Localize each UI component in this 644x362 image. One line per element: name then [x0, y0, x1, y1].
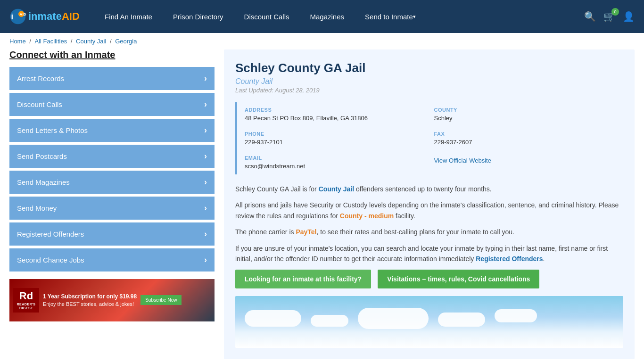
address-section: ADDRESS 48 Pecan St PO Box 809, Ellavill… — [245, 102, 434, 126]
cart-badge: 0 — [611, 8, 619, 16]
sidebar-send-magazines[interactable]: Send Magazines › — [9, 171, 215, 194]
sidebar-title: Connect with an Inmate — [9, 49, 215, 60]
desc-2: All prisons and jails have Security or C… — [235, 200, 623, 221]
fax-section: FAX 229-937-2607 — [434, 126, 624, 150]
advertisement: Rd READER'SDIGEST 1 Year Subscription fo… — [9, 279, 215, 321]
desc-3: The phone carrier is PayTel, to see thei… — [235, 227, 623, 237]
desc-4: If you are unsure of your inmate's locat… — [235, 243, 623, 264]
arrow-icon: › — [204, 125, 207, 135]
county-label: COUNTY — [434, 107, 619, 113]
nav-magazines[interactable]: Magazines — [299, 0, 355, 33]
sidebar-arrest-records[interactable]: Arrest Records › — [9, 67, 215, 90]
sidebar-send-postcards[interactable]: Send Postcards › — [9, 145, 215, 168]
email-label: EMAIL — [245, 155, 429, 161]
breadcrumb-sep2: / — [71, 38, 74, 45]
sidebar-registered-offenders[interactable]: Registered Offenders › — [9, 222, 215, 246]
breadcrumb-sep1: / — [29, 38, 33, 45]
ad-logo: Rd READER'SDIGEST — [13, 288, 39, 312]
sidebar: Connect with an Inmate Arrest Records › … — [9, 49, 215, 359]
site-logo[interactable]: i AID inmateAID — [9, 8, 80, 25]
sidebar-second-chance-jobs[interactable]: Second Chance Jobs › — [9, 248, 215, 272]
phone-label: PHONE — [245, 131, 429, 137]
email-section: EMAIL scso@windstream.net — [245, 150, 434, 174]
ad-headline: 1 Year Subscription for only $19.98 — [43, 293, 137, 300]
ad-subscribe-button[interactable]: Subscribe Now — [140, 295, 182, 305]
facility-content: Schley County GA Jail County Jail Last U… — [224, 49, 635, 359]
ad-text: 1 Year Subscription for only $19.98 Enjo… — [43, 293, 137, 308]
facility-updated: Last Updated: August 28, 2019 — [235, 87, 623, 94]
user-icon[interactable]: 👤 — [623, 11, 635, 22]
county-section: COUNTY Schley — [434, 102, 624, 126]
website-link[interactable]: View Official Website — [434, 157, 619, 164]
svg-text:AID: AID — [20, 12, 26, 16]
phone-section: PHONE 229-937-2101 — [245, 126, 434, 150]
nav-find-inmate[interactable]: Find An Inmate — [94, 0, 163, 33]
logo-inmate: inmate — [28, 10, 62, 23]
official-website-link[interactable]: View Official Website — [434, 157, 491, 164]
cloud-5 — [495, 309, 537, 322]
cta-buttons: Looking for an inmate at this facility? … — [235, 270, 623, 288]
facility-title: Schley County GA Jail — [235, 61, 623, 75]
site-header: i AID inmateAID Find An Inmate Prison Di… — [0, 0, 644, 33]
fax-label: FAX — [434, 131, 619, 137]
header-icons: 🔍 🛒 0 👤 — [584, 11, 635, 22]
arrow-icon: › — [204, 151, 207, 161]
arrow-icon: › — [204, 74, 207, 83]
clouds — [235, 305, 623, 329]
ad-brand: READER'SDIGEST — [16, 303, 36, 311]
sidebar-send-money[interactable]: Send Money › — [9, 197, 215, 220]
sidebar-send-letters[interactable]: Send Letters & Photos › — [9, 119, 215, 142]
county-value: Schley — [434, 115, 619, 122]
nav-discount-calls[interactable]: Discount Calls — [234, 0, 300, 33]
cloud-1 — [245, 310, 301, 327]
arrow-icon: › — [204, 229, 207, 239]
arrow-icon: › — [204, 99, 207, 109]
facility-info-grid: ADDRESS 48 Pecan St PO Box 809, Ellavill… — [235, 102, 623, 174]
phone-value: 229-937-2101 — [245, 139, 429, 146]
ad-rd: Rd — [16, 290, 36, 302]
address-value: 48 Pecan St PO Box 809, Ellaville, GA 31… — [245, 115, 429, 122]
county-jail-link[interactable]: County Jail — [319, 185, 354, 193]
cloud-2 — [311, 315, 348, 327]
breadcrumb: Home / All Facilities / County Jail / Ge… — [0, 33, 644, 49]
arrow-icon: › — [204, 203, 207, 213]
breadcrumb-sep3: / — [110, 38, 113, 45]
arrow-icon: › — [204, 177, 207, 187]
visitation-button[interactable]: Visitations – times, rules, Covid cancel… — [378, 270, 539, 288]
email-value: scso@windstream.net — [245, 163, 429, 170]
breadcrumb-all-facilities[interactable]: All Facilities — [35, 38, 67, 45]
ad-subtext: Enjoy the BEST stories, advice & jokes! — [43, 301, 134, 307]
nav-send-to-inmate[interactable]: Send to Inmate — [355, 0, 426, 33]
svg-text:i: i — [11, 12, 14, 21]
registered-offenders-link[interactable]: Registered Offenders — [476, 255, 543, 263]
breadcrumb-georgia[interactable]: Georgia — [115, 38, 137, 45]
website-section: View Official Website — [434, 150, 624, 174]
sidebar-discount-calls[interactable]: Discount Calls › — [9, 93, 215, 116]
breadcrumb-home[interactable]: Home — [9, 38, 26, 45]
ad-content: Rd READER'SDIGEST 1 Year Subscription fo… — [9, 284, 215, 316]
nav-prison-directory[interactable]: Prison Directory — [163, 0, 234, 33]
search-icon[interactable]: 🔍 — [584, 11, 596, 22]
address-label: ADDRESS — [245, 107, 429, 113]
cloud-3 — [358, 308, 429, 329]
facility-type: County Jail — [235, 77, 623, 86]
desc-1: Schley County GA Jail is for County Jail… — [235, 184, 623, 194]
county-medium-link[interactable]: County - medium — [340, 212, 394, 220]
breadcrumb-county-jail[interactable]: County Jail — [76, 38, 106, 45]
logo-aid: AID — [62, 10, 80, 23]
cloud-4 — [438, 313, 485, 327]
facility-image — [235, 296, 623, 348]
arrow-icon: › — [204, 255, 207, 265]
main-nav: Find An Inmate Prison Directory Discount… — [94, 0, 570, 33]
main-layout: Connect with an Inmate Arrest Records › … — [0, 49, 644, 359]
find-inmate-button[interactable]: Looking for an inmate at this facility? — [235, 270, 371, 288]
cart-icon[interactable]: 🛒 0 — [603, 11, 615, 22]
fax-value: 229-937-2607 — [434, 139, 619, 146]
paytel-link[interactable]: PayTel — [296, 228, 316, 236]
